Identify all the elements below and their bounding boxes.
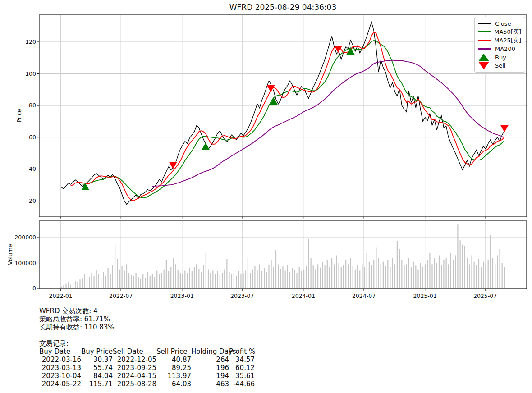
price-tick-label: 100 <box>13 70 36 78</box>
legend-item-close: Close <box>478 19 521 27</box>
sell-triangle-icon <box>478 62 489 69</box>
table-cell: 115.71 <box>81 380 113 388</box>
volume-tick-label: 200000 <box>7 234 36 241</box>
table-cell: 2022-03-16 <box>39 356 81 364</box>
table-cell: 2024-04-15 <box>113 372 156 380</box>
price-tick-label: 20 <box>13 197 36 205</box>
volume-tick-label: 100000 <box>7 260 36 267</box>
column-header: Buy Date <box>39 347 81 356</box>
figure-canvas: WFRD 2025-08-29 04:36:03 Price Volume Cl… <box>0 0 532 393</box>
table-cell: 35.61 <box>229 372 255 380</box>
table-row: 2024-05-22115.712025-08-2864.03463-44.66 <box>39 380 255 388</box>
column-header: Profit % <box>229 347 255 356</box>
ma50-line <box>83 41 504 198</box>
legend-label: Buy <box>495 54 506 61</box>
table-cell: 55.74 <box>81 364 113 372</box>
stat-trade-count: WFRD 交易次数: 4 <box>39 307 115 315</box>
strategy-stats: WFRD 交易次数: 4 策略总收益率: 61.71% 长期持有收益: 110.… <box>39 307 115 331</box>
sell-markers <box>169 46 509 169</box>
x-tick-label: 2022-07 <box>105 292 137 300</box>
table-cell: 194 <box>191 372 229 380</box>
table-cell: 34.57 <box>229 356 255 364</box>
table-cell: 2023-03-13 <box>39 364 81 372</box>
price-tick-label: 120 <box>13 38 36 46</box>
legend-label: MA50[买] <box>494 28 521 36</box>
table-cell: 89.25 <box>156 364 191 372</box>
x-tick-label: 2024-07 <box>348 292 380 300</box>
volume-tick-label: 0 <box>7 285 36 292</box>
legend-label: MA25[卖] <box>494 37 521 45</box>
price-tick-label: 60 <box>13 134 36 141</box>
table-cell: 2023-09-25 <box>113 364 156 372</box>
trade-record-table: 交易记录: Buy DateBuy PriceSell DateSell Pri… <box>39 339 255 388</box>
table-cell: 2022-12-05 <box>113 356 156 364</box>
close-line <box>61 22 504 205</box>
legend-box: CloseMA50[买]MA25[卖]MA200BuySell <box>474 17 525 73</box>
table-cell: 30.37 <box>81 356 113 364</box>
column-header: Sell Date <box>113 347 156 356</box>
x-tick-label: 2023-01 <box>166 292 198 300</box>
x-tick-label: 2024-01 <box>288 292 319 300</box>
legend-line-swatch <box>478 48 491 50</box>
sell-marker <box>500 125 509 132</box>
ma25-line <box>71 32 504 201</box>
x-tick-label: 2025-01 <box>409 292 441 300</box>
table-cell: 196 <box>191 364 229 372</box>
buy-markers <box>81 47 354 190</box>
table-cell: 2024-05-22 <box>39 380 81 388</box>
trade-table-title: 交易记录: <box>39 339 255 347</box>
legend-item-ma25-: MA25[卖] <box>478 37 521 45</box>
volume-bars <box>61 224 505 288</box>
legend-item-ma200: MA200 <box>478 45 521 53</box>
legend-label: Sell <box>495 62 505 69</box>
trade-table-rows: Buy DateBuy PriceSell DateSell PriceHold… <box>39 347 255 388</box>
volume-axis-label: Volume <box>7 237 14 273</box>
legend-line-swatch <box>478 40 491 41</box>
tick-marks <box>37 42 485 291</box>
table-cell: -44.66 <box>229 380 255 388</box>
legend-item-sell: Sell <box>478 62 521 70</box>
chart-title: WFRD 2025-08-29 04:36:03 <box>39 3 527 12</box>
stat-buy-hold-return: 长期持有收益: 110.83% <box>39 323 115 331</box>
table-cell: 84.04 <box>81 372 113 380</box>
table-cell: 60.12 <box>229 364 255 372</box>
legend-item-buy: Buy <box>478 53 521 61</box>
legend-line-swatch <box>478 31 491 32</box>
legend-item-ma50-: MA50[买] <box>478 28 521 36</box>
table-cell: 2023-10-04 <box>39 372 81 380</box>
column-header: Buy Price <box>81 347 113 356</box>
chart-plot-area <box>0 0 532 393</box>
legend-line-swatch <box>478 23 491 24</box>
table-cell: 113.97 <box>156 372 191 380</box>
table-row: 2023-03-1355.742023-09-2589.2519660.12 <box>39 364 255 372</box>
ma200-line <box>152 60 504 186</box>
table-row: 2022-03-1630.372022-12-0540.8726434.57 <box>39 356 255 364</box>
trade-table-header: Buy DateBuy PriceSell DateSell PriceHold… <box>39 347 255 356</box>
x-tick-label: 2022-01 <box>45 292 77 300</box>
grid-lines <box>39 15 527 289</box>
price-panel-spine <box>39 15 527 217</box>
table-cell: 64.03 <box>156 380 191 388</box>
table-cell: 2025-08-28 <box>113 380 156 388</box>
legend-label: MA200 <box>495 46 515 52</box>
legend-label: Close <box>495 20 511 27</box>
x-tick-label: 2025-07 <box>469 292 501 300</box>
table-cell: 264 <box>191 356 229 364</box>
stat-strategy-return: 策略总收益率: 61.71% <box>39 315 115 323</box>
x-tick-label: 2023-07 <box>226 292 258 300</box>
table-cell: 40.87 <box>156 356 191 364</box>
table-cell: 463 <box>191 380 229 388</box>
column-header: Holding Days <box>191 347 229 356</box>
price-tick-label: 40 <box>13 165 36 173</box>
buy-marker <box>202 143 210 150</box>
column-header: Sell Price <box>156 347 191 356</box>
table-row: 2023-10-0484.042024-04-15113.9719435.61 <box>39 372 255 380</box>
buy-triangle-icon <box>478 54 489 61</box>
price-tick-label: 80 <box>13 102 36 109</box>
